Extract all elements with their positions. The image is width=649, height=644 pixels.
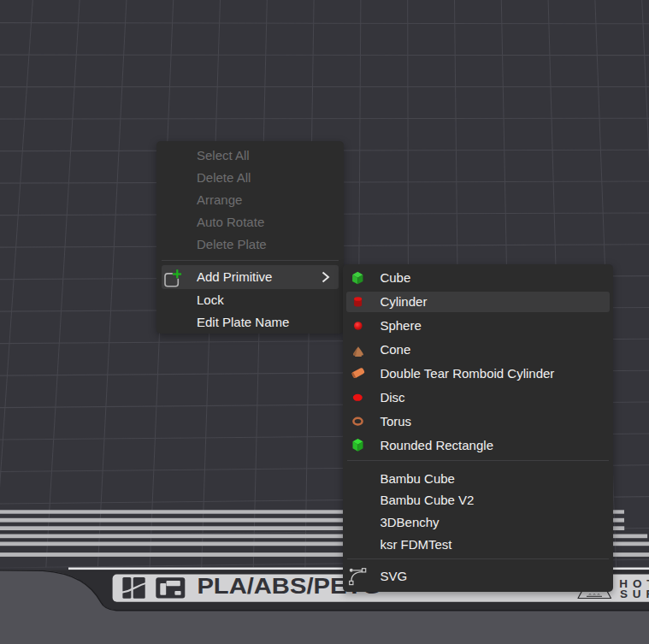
svg-text:SUR: SUR [620,588,649,600]
